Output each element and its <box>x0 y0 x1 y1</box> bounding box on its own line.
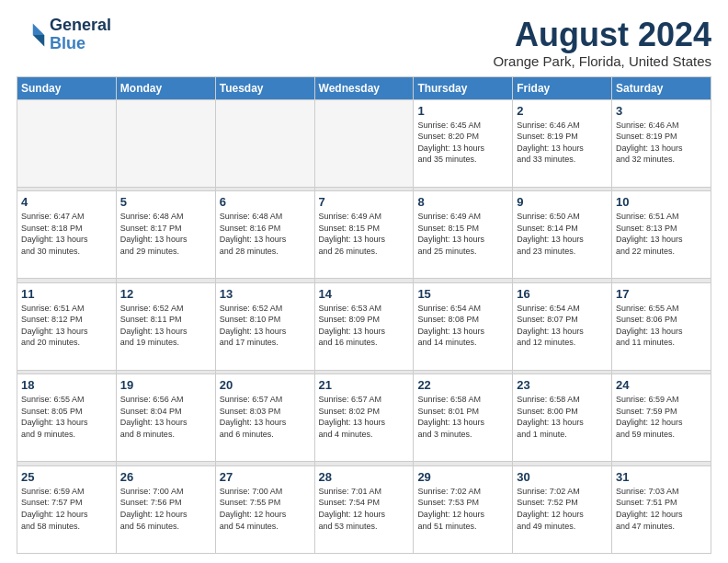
day-number: 24 <box>616 378 707 392</box>
day-info: Sunrise: 6:54 AMSunset: 8:07 PMDaylight:… <box>517 303 608 349</box>
cell-w1-d7: 3Sunrise: 6:46 AMSunset: 8:19 PMDaylight… <box>612 99 711 187</box>
header-wednesday: Wednesday <box>314 76 414 99</box>
calendar-table: Sunday Monday Tuesday Wednesday Thursday… <box>17 76 711 554</box>
svg-marker-0 <box>33 23 44 34</box>
header-sunday: Sunday <box>17 76 117 99</box>
cell-w5-d7: 31Sunrise: 7:03 AMSunset: 7:51 PMDayligh… <box>612 465 711 553</box>
day-info: Sunrise: 6:57 AMSunset: 8:02 PMDaylight:… <box>319 394 410 440</box>
day-info: Sunrise: 7:01 AMSunset: 7:54 PMDaylight:… <box>319 486 410 532</box>
cell-w2-d5: 8Sunrise: 6:49 AMSunset: 8:15 PMDaylight… <box>414 191 513 279</box>
day-info: Sunrise: 6:53 AMSunset: 8:09 PMDaylight:… <box>319 303 410 349</box>
day-info: Sunrise: 6:45 AMSunset: 8:20 PMDaylight:… <box>417 120 508 166</box>
day-info: Sunrise: 6:47 AMSunset: 8:18 PMDaylight:… <box>21 211 112 257</box>
day-number: 12 <box>120 287 211 301</box>
weekday-header-row: Sunday Monday Tuesday Wednesday Thursday… <box>17 76 711 99</box>
cell-w3-d1: 11Sunrise: 6:51 AMSunset: 8:12 PMDayligh… <box>17 282 117 370</box>
day-number: 15 <box>417 287 508 301</box>
day-info: Sunrise: 6:46 AMSunset: 8:19 PMDaylight:… <box>517 120 608 166</box>
logo: General Blue <box>17 17 111 53</box>
day-number: 20 <box>220 378 311 392</box>
logo-name-line1: General <box>50 17 111 35</box>
day-number: 10 <box>616 195 707 209</box>
cell-w4-d2: 19Sunrise: 6:56 AMSunset: 8:04 PMDayligh… <box>116 374 215 462</box>
day-info: Sunrise: 6:56 AMSunset: 8:04 PMDaylight:… <box>120 394 211 440</box>
cell-w5-d4: 28Sunrise: 7:01 AMSunset: 7:54 PMDayligh… <box>314 465 414 553</box>
day-number: 1 <box>417 104 508 118</box>
header-monday: Monday <box>116 76 215 99</box>
header-friday: Friday <box>513 76 612 99</box>
cell-w1-d1 <box>17 99 117 187</box>
cell-w4-d4: 21Sunrise: 6:57 AMSunset: 8:02 PMDayligh… <box>314 374 414 462</box>
cell-w4-d1: 18Sunrise: 6:55 AMSunset: 8:05 PMDayligh… <box>17 374 117 462</box>
header-saturday: Saturday <box>612 76 711 99</box>
day-info: Sunrise: 6:51 AMSunset: 8:12 PMDaylight:… <box>21 303 112 349</box>
page: General Blue August 2024 Orange Park, Fl… <box>0 0 728 563</box>
day-info: Sunrise: 6:58 AMSunset: 8:00 PMDaylight:… <box>517 394 608 440</box>
cell-w2-d7: 10Sunrise: 6:51 AMSunset: 8:13 PMDayligh… <box>612 191 711 279</box>
cell-w2-d6: 9Sunrise: 6:50 AMSunset: 8:14 PMDaylight… <box>513 191 612 279</box>
day-info: Sunrise: 6:57 AMSunset: 8:03 PMDaylight:… <box>220 394 311 440</box>
day-number: 6 <box>220 195 311 209</box>
cell-w1-d6: 2Sunrise: 6:46 AMSunset: 8:19 PMDaylight… <box>513 99 612 187</box>
cell-w3-d6: 16Sunrise: 6:54 AMSunset: 8:07 PMDayligh… <box>513 282 612 370</box>
cell-w5-d6: 30Sunrise: 7:02 AMSunset: 7:52 PMDayligh… <box>513 465 612 553</box>
day-info: Sunrise: 7:03 AMSunset: 7:51 PMDaylight:… <box>616 486 707 532</box>
day-number: 29 <box>417 470 508 484</box>
cell-w5-d2: 26Sunrise: 7:00 AMSunset: 7:56 PMDayligh… <box>116 465 215 553</box>
day-info: Sunrise: 6:49 AMSunset: 8:15 PMDaylight:… <box>319 211 410 257</box>
day-info: Sunrise: 6:48 AMSunset: 8:16 PMDaylight:… <box>220 211 311 257</box>
cell-w4-d6: 23Sunrise: 6:58 AMSunset: 8:00 PMDayligh… <box>513 374 612 462</box>
calendar-title: August 2024 <box>493 17 711 53</box>
cell-w3-d3: 13Sunrise: 6:52 AMSunset: 8:10 PMDayligh… <box>215 282 314 370</box>
calendar-subtitle: Orange Park, Florida, United States <box>493 53 711 69</box>
day-number: 2 <box>517 104 608 118</box>
day-number: 4 <box>21 195 112 209</box>
cell-w3-d5: 15Sunrise: 6:54 AMSunset: 8:08 PMDayligh… <box>414 282 513 370</box>
cell-w2-d2: 5Sunrise: 6:48 AMSunset: 8:17 PMDaylight… <box>116 191 215 279</box>
svg-marker-1 <box>33 35 44 46</box>
cell-w1-d4 <box>314 99 414 187</box>
cell-w4-d3: 20Sunrise: 6:57 AMSunset: 8:03 PMDayligh… <box>215 374 314 462</box>
cell-w1-d5: 1Sunrise: 6:45 AMSunset: 8:20 PMDaylight… <box>414 99 513 187</box>
day-info: Sunrise: 7:02 AMSunset: 7:52 PMDaylight:… <box>517 486 608 532</box>
cell-w3-d2: 12Sunrise: 6:52 AMSunset: 8:11 PMDayligh… <box>116 282 215 370</box>
day-number: 16 <box>517 287 608 301</box>
day-number: 19 <box>120 378 211 392</box>
day-info: Sunrise: 6:59 AMSunset: 7:59 PMDaylight:… <box>616 394 707 440</box>
cell-w2-d3: 6Sunrise: 6:48 AMSunset: 8:16 PMDaylight… <box>215 191 314 279</box>
cell-w3-d7: 17Sunrise: 6:55 AMSunset: 8:06 PMDayligh… <box>612 282 711 370</box>
logo-icon <box>17 20 46 50</box>
day-number: 26 <box>120 470 211 484</box>
day-number: 5 <box>120 195 211 209</box>
cell-w5-d5: 29Sunrise: 7:02 AMSunset: 7:53 PMDayligh… <box>414 465 513 553</box>
week-row-4: 18Sunrise: 6:55 AMSunset: 8:05 PMDayligh… <box>17 374 711 462</box>
day-info: Sunrise: 6:52 AMSunset: 8:10 PMDaylight:… <box>220 303 311 349</box>
cell-w5-d3: 27Sunrise: 7:00 AMSunset: 7:55 PMDayligh… <box>215 465 314 553</box>
header-thursday: Thursday <box>414 76 513 99</box>
day-info: Sunrise: 6:51 AMSunset: 8:13 PMDaylight:… <box>616 211 707 257</box>
day-info: Sunrise: 7:00 AMSunset: 7:55 PMDaylight:… <box>220 486 311 532</box>
day-info: Sunrise: 6:55 AMSunset: 8:05 PMDaylight:… <box>21 394 112 440</box>
cell-w5-d1: 25Sunrise: 6:59 AMSunset: 7:57 PMDayligh… <box>17 465 117 553</box>
day-info: Sunrise: 6:59 AMSunset: 7:57 PMDaylight:… <box>21 486 112 532</box>
day-number: 17 <box>616 287 707 301</box>
day-number: 23 <box>517 378 608 392</box>
day-info: Sunrise: 6:50 AMSunset: 8:14 PMDaylight:… <box>517 211 608 257</box>
cell-w4-d5: 22Sunrise: 6:58 AMSunset: 8:01 PMDayligh… <box>414 374 513 462</box>
day-number: 8 <box>417 195 508 209</box>
day-number: 13 <box>220 287 311 301</box>
header: General Blue August 2024 Orange Park, Fl… <box>17 17 711 69</box>
day-number: 3 <box>616 104 707 118</box>
day-number: 14 <box>319 287 410 301</box>
day-number: 28 <box>319 470 410 484</box>
logo-name-line2: Blue <box>50 35 111 53</box>
cell-w3-d4: 14Sunrise: 6:53 AMSunset: 8:09 PMDayligh… <box>314 282 414 370</box>
week-row-5: 25Sunrise: 6:59 AMSunset: 7:57 PMDayligh… <box>17 465 711 553</box>
day-info: Sunrise: 6:48 AMSunset: 8:17 PMDaylight:… <box>120 211 211 257</box>
day-number: 31 <box>616 470 707 484</box>
day-info: Sunrise: 6:58 AMSunset: 8:01 PMDaylight:… <box>417 394 508 440</box>
day-info: Sunrise: 6:54 AMSunset: 8:08 PMDaylight:… <box>417 303 508 349</box>
day-number: 25 <box>21 470 112 484</box>
day-number: 21 <box>319 378 410 392</box>
day-number: 22 <box>417 378 508 392</box>
